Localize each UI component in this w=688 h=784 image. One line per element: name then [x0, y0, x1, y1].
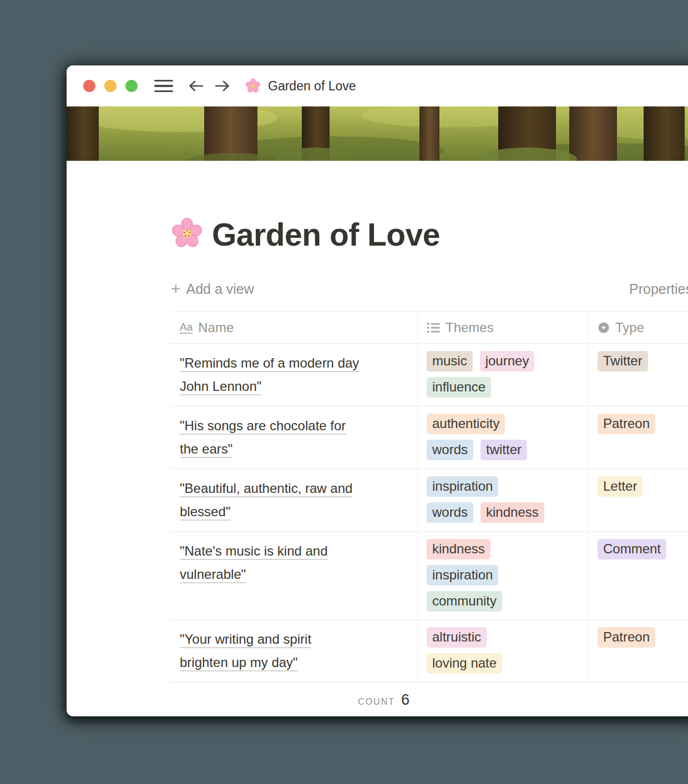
sidebar-menu-icon[interactable]: [154, 80, 173, 92]
type-cell[interactable]: Patreon: [588, 406, 688, 469]
type-tag: Comment: [598, 539, 666, 559]
list-icon: [427, 322, 440, 334]
page-link-text[interactable]: vulnerable": [180, 563, 408, 586]
add-view-button[interactable]: + Add a view: [171, 281, 254, 297]
column-label: Type: [615, 320, 644, 335]
flower-icon: [171, 217, 203, 252]
tag-line: wordstwitter: [427, 440, 579, 460]
tag-line: musicjourney: [427, 351, 579, 371]
page-link-text[interactable]: "Nate's music is kind and: [180, 539, 408, 563]
type-cell[interactable]: Letter: [588, 469, 688, 531]
theme-tag: inspiration: [427, 476, 498, 497]
name-cell[interactable]: "Beautiful, authentic, raw andblessed": [171, 469, 417, 531]
theme-tag: words: [427, 502, 473, 523]
window-titlebar: Garden of Love: [67, 65, 688, 106]
name-cell[interactable]: "Nate's music is kind andvulnerable": [171, 532, 417, 619]
plus-icon: +: [171, 281, 181, 297]
window-title: Garden of Love: [268, 79, 356, 94]
back-arrow-icon[interactable]: [188, 79, 204, 93]
themes-cell[interactable]: kindnessinspirationcommunity: [417, 532, 588, 619]
tag-line: wordskindness: [427, 502, 579, 523]
type-tag: Patreon: [598, 627, 655, 648]
theme-tag: music: [427, 351, 473, 371]
theme-tag: authenticity: [427, 414, 505, 434]
flower-icon: [245, 78, 261, 94]
column-label: Name: [198, 320, 234, 335]
themes-cell[interactable]: altruisticloving nate: [417, 620, 588, 682]
column-header-type[interactable]: Type: [588, 312, 688, 343]
name-cell[interactable]: "His songs are chocolate forthe ears": [171, 406, 417, 469]
themes-cell[interactable]: musicjourneyinfluence: [417, 344, 588, 406]
count-label: COUNT: [358, 697, 395, 707]
theme-tag: kindness: [427, 539, 490, 559]
themes-cell[interactable]: inspirationwordskindness: [417, 469, 588, 531]
add-view-label: Add a view: [186, 281, 254, 297]
theme-tag: kindness: [480, 502, 544, 523]
page-link-text[interactable]: "Reminds me of a modern day: [180, 352, 408, 375]
tag-line: altruistic: [427, 627, 579, 648]
page-link-text[interactable]: the ears": [180, 437, 408, 461]
page-content: Garden of Love + Add a view Properties A…: [67, 216, 688, 716]
tag-line: authenticity: [427, 414, 579, 434]
view-toolbar: + Add a view Properties: [171, 281, 688, 297]
tag-line: inspiration: [427, 565, 579, 586]
table-row: "Your writing and spiritbrighten up my d…: [171, 620, 688, 683]
type-tag: Twitter: [598, 351, 648, 371]
table-row: "Beautiful, authentic, raw andblessed"in…: [171, 469, 688, 532]
page-link-text[interactable]: "His songs are chocolate for: [180, 414, 408, 437]
table-row: "Reminds me of a modern dayJohn Lennon"m…: [171, 344, 688, 406]
theme-tag: journey: [480, 351, 535, 371]
name-cell[interactable]: "Your writing and spiritbrighten up my d…: [171, 620, 417, 682]
cover-image-forest: [67, 106, 688, 161]
tag-line: loving nate: [427, 653, 579, 674]
desktop-background: Garden of Love: [0, 0, 688, 784]
type-tag: Letter: [598, 476, 643, 497]
tag-line: kindness: [427, 539, 579, 559]
theme-tag: influence: [427, 377, 491, 398]
zoom-window-button[interactable]: [125, 80, 138, 92]
type-tag: Patreon: [598, 414, 655, 434]
page-title-text[interactable]: Garden of Love: [212, 216, 440, 253]
column-label: Themes: [446, 320, 494, 335]
page-link-text[interactable]: "Beautiful, authentic, raw and: [180, 477, 408, 500]
close-window-button[interactable]: [83, 80, 95, 92]
tag-line: influence: [427, 377, 579, 398]
page-link-text[interactable]: John Lennon": [180, 375, 408, 398]
page-link-text[interactable]: brighten up my day": [180, 651, 408, 674]
traffic-lights: [83, 80, 138, 92]
theme-tag: twitter: [480, 440, 527, 460]
tag-line: inspiration: [427, 476, 579, 497]
page-title[interactable]: Garden of Love: [171, 216, 688, 253]
column-header-themes[interactable]: Themes: [417, 312, 588, 343]
table-row: "Nate's music is kind andvulnerable"kind…: [171, 532, 688, 620]
theme-tag: inspiration: [427, 565, 498, 586]
database-table: AaNameThemesType"Reminds me of a modern …: [171, 312, 688, 716]
properties-button[interactable]: Properties: [629, 281, 688, 297]
type-cell[interactable]: Patreon: [588, 620, 688, 682]
themes-cell[interactable]: authenticitywordstwitter: [417, 406, 588, 469]
count-value: 6: [401, 691, 409, 709]
count-aggregate[interactable]: COUNT6: [171, 683, 417, 716]
theme-tag: words: [427, 440, 473, 460]
page-link-text[interactable]: blessed": [180, 500, 408, 523]
type-cell[interactable]: Comment: [588, 532, 688, 619]
theme-tag: community: [427, 591, 502, 612]
type-cell[interactable]: Twitter: [588, 344, 688, 406]
minimize-window-button[interactable]: [104, 80, 117, 92]
column-header-name[interactable]: AaName: [171, 312, 417, 343]
app-window: Garden of Love: [67, 65, 688, 716]
theme-tag: loving nate: [427, 653, 502, 674]
theme-tag: altruistic: [427, 627, 487, 648]
tag-line: community: [427, 591, 579, 612]
forward-arrow-icon[interactable]: [214, 79, 231, 93]
title-icon: Aa: [180, 322, 193, 334]
page-link-text[interactable]: "Your writing and spirit: [180, 628, 408, 651]
table-row: "His songs are chocolate forthe ears"aut…: [171, 406, 688, 469]
select-icon: [598, 322, 610, 334]
table-header-row: AaNameThemesType: [171, 312, 688, 344]
name-cell[interactable]: "Reminds me of a modern dayJohn Lennon": [171, 344, 417, 406]
